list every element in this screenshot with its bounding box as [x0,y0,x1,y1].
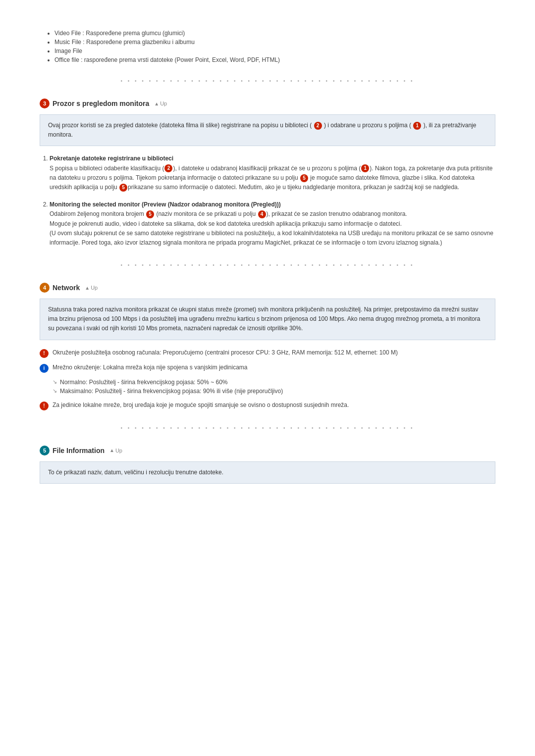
section-3-header: 3 Prozor s pregledom monitora ▲ Up [40,99,495,108]
item1-body: S popisa u biblioteci odaberite klasifik… [50,165,492,191]
network-sub-1: ↘ Normalno: Poslužitelj - širina frekven… [40,378,495,387]
section-3-intro-box: Ovaj prozor koristi se za pregled datote… [40,114,495,146]
section-4-up-link[interactable]: ▲ Up [85,285,98,291]
dots-divider-2: • • • • • • • • • • • • • • • • • • • • … [40,262,495,268]
list-item: Video File : Raspoređene prema glumcu (g… [54,30,495,37]
network-items-list: ! Okruženje poslužitelja osobnog računal… [40,348,495,410]
sub-arrow-icon-2: ↘ [53,387,57,395]
sub-arrow-icon-1: ↘ [53,378,57,386]
list-item-2: Monitoring the selected monitor (Preview… [50,200,495,248]
item1-title: Pokretanje datoteke registrirane u bibli… [50,155,173,162]
network-item-3: ! Za jedinice lokalne mreže, broj uređaj… [40,401,495,410]
section-4-badge: 4 [40,283,50,293]
section-3-up-link[interactable]: ▲ Up [154,101,167,106]
section-5-info-box: To će prikazati naziv, datum, veličinu i… [40,461,495,484]
network-sub-2-text: Maksimalno: Poslužitelj - širina frekven… [60,387,283,396]
network-sub-2: ↘ Maksimalno: Poslužitelj - širina frekv… [40,387,495,396]
item2-title: Monitoring the selected monitor (Preview… [50,201,281,208]
network-sub-1-text: Normalno: Poslužitelj - širina frekvenci… [60,378,228,387]
dots-divider-1: • • • • • • • • • • • • • • • • • • • • … [40,78,495,84]
network-badge-1: ! [40,349,49,358]
section-5-file-info: 5 File Information ▲ Up To će prikazati … [40,446,495,484]
inline-badge-1: 1 [413,122,421,130]
badge-5-inline-c: 5 [146,210,154,218]
up-label: Up [160,101,167,106]
up-arrow-icon-5: ▲ [109,448,114,453]
section-3-title: Prozor s pregledom monitora [53,100,149,107]
network-item-1-text: Okruženje poslužitelja osobnog računala:… [53,348,398,357]
network-item-3-text: Za jedinice lokalne mreže, broj uređaja … [53,401,349,410]
up-label-5: Up [115,448,122,454]
inline-badge-2: 2 [314,122,322,130]
list-item: Image File [54,48,495,54]
item2-body: Odabirom željenog monitora brojem 5 (naz… [50,210,493,246]
network-item-2: i Mrežno okruženje: Lokalna mreža koja n… [40,363,495,373]
up-label-4: Up [91,285,98,291]
section-5-title: File Information [53,447,105,454]
list-item: Music File : Raspoređene prema glazbenik… [54,39,495,46]
list-item-1: Pokretanje datoteke registrirane u bibli… [50,154,495,192]
list-item: Office file : raspoređene prema vrsti da… [54,56,495,63]
section-3-monitor-preview: 3 Prozor s pregledom monitora ▲ Up Ovaj … [40,99,495,248]
section-4-header: 4 Network ▲ Up [40,283,495,293]
network-item-2-group: i Mrežno okruženje: Lokalna mreža koja n… [40,363,495,396]
dots-divider-3: • • • • • • • • • • • • • • • • • • • • … [40,425,495,431]
badge-4-inline: 4 [258,210,266,218]
badge-5-inline-b: 5 [119,184,127,192]
file-info-text: To će prikazati naziv, datum, veličinu i… [48,469,223,476]
section-5-up-link[interactable]: ▲ Up [109,448,122,454]
badge-5-inline: 5 [300,174,308,182]
intro-text-2: ) i odabrane u prozoru s poljima ( [324,122,411,129]
section-5-header: 5 File Information ▲ Up [40,446,495,455]
section-4-network: 4 Network ▲ Up Statusna traka pored nazi… [40,283,495,410]
section-3-list: Pokretanje datoteke registrirane u bibli… [50,154,495,248]
file-type-list: Video File : Raspoređene prema glumcu (g… [54,30,495,63]
network-main-text: Statusna traka pored naziva monitora pri… [48,306,480,332]
intro-text-1: Ovaj prozor koristi se za pregled datote… [48,122,312,129]
badge-2-inline: 2 [164,164,172,172]
section-4-main-box: Statusna traka pored naziva monitora pri… [40,299,495,340]
section-5-badge: 5 [40,446,50,455]
intro-bullet-section: Video File : Raspoređene prema glumcu (g… [40,30,495,63]
network-item-1: ! Okruženje poslužitelja osobnog računal… [40,348,495,358]
badge-1-inline: 1 [361,164,369,172]
section-3-badge: 3 [40,99,50,108]
section-4-title: Network [53,284,80,292]
network-badge-3: ! [40,402,49,410]
network-badge-2: i [40,364,49,373]
network-item-2-text: Mrežno okruženje: Lokalna mreža koja nij… [53,363,248,372]
up-arrow-icon-4: ▲ [85,285,90,291]
up-arrow-icon: ▲ [154,101,159,106]
